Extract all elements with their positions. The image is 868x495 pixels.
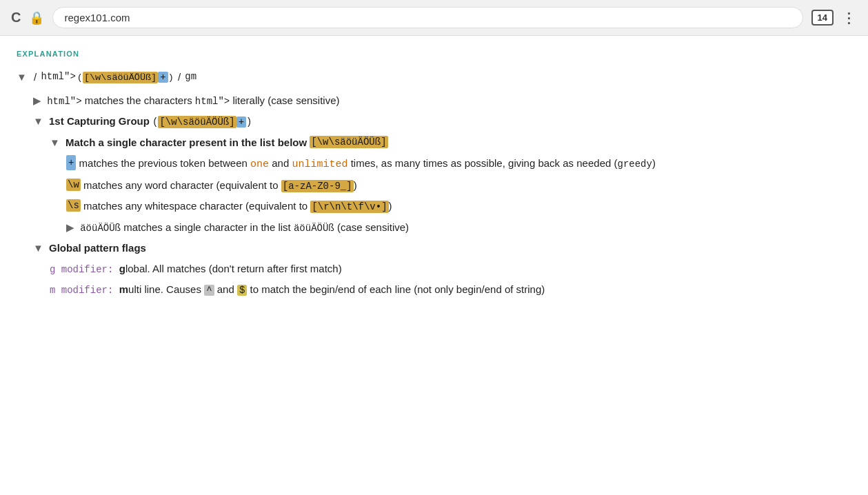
flag-g-desc: global. All matches (don't return after … bbox=[119, 263, 342, 274]
tree-item-s: \s matches any whitespace character (equ… bbox=[17, 198, 851, 214]
tree-item-capturing-group: 1st Capturing Group ([\w\säöüÄÖÜß]+) bbox=[17, 113, 851, 130]
plus-desc: matches the previous token between one a… bbox=[76, 155, 656, 173]
s-desc: matches any whitespace character (equiva… bbox=[81, 198, 392, 214]
global-flags-label: Global pattern flags bbox=[46, 240, 146, 256]
section-title: EXPLANATION bbox=[17, 50, 851, 58]
tree-item-flag-g: g modifier: global. All matches (don't r… bbox=[17, 261, 851, 277]
tree-item-plus: + matches the previous token between one… bbox=[17, 155, 851, 173]
flag-m-letter: m bbox=[50, 285, 55, 296]
regex-flags: gm bbox=[185, 71, 196, 82]
capturing-group-regex: ([\w\säöüÄÖÜß]+) bbox=[152, 113, 252, 130]
tree-item-global-flags: Global pattern flags bbox=[17, 240, 851, 256]
lock-icon: 🔒 bbox=[29, 10, 44, 26]
regex-slash-open: / bbox=[31, 71, 40, 83]
regex-slash-close: / bbox=[175, 71, 184, 83]
flag-g-letter: g bbox=[50, 264, 55, 275]
umlaut-desc: äöüÄÖÜß matches a single character in th… bbox=[77, 219, 409, 236]
char-class-label: Match a single character present in the … bbox=[63, 134, 310, 151]
html-desc: html"> matches the characters html"> lit… bbox=[44, 92, 339, 109]
toggle-global-flags[interactable] bbox=[33, 240, 43, 256]
flag-m-modifier-label: modifier: bbox=[59, 283, 117, 295]
toggle-umlaut[interactable] bbox=[66, 219, 74, 236]
url-bar[interactable]: regex101.com bbox=[52, 7, 803, 28]
toggle-char-class[interactable] bbox=[50, 134, 60, 151]
tree-item-umlaut: äöüÄÖÜß matches a single character in th… bbox=[17, 219, 851, 236]
regex-display-line: / html"> ([\w\säöüÄÖÜß]+) / gm bbox=[17, 70, 851, 83]
toggle-html[interactable] bbox=[33, 92, 41, 109]
w-desc: matches any word character (equivalent t… bbox=[81, 177, 357, 194]
regex-group-highlight: ([\w\säöüÄÖÜß]+) bbox=[77, 70, 174, 83]
char-class-regex: [\w\säöüÄÖÜß] bbox=[310, 134, 387, 150]
toggle-root[interactable] bbox=[17, 71, 27, 83]
browser-chrome: C 🔒 regex101.com 14 ⋮ bbox=[0, 0, 868, 36]
capturing-group-label: 1st Capturing Group bbox=[46, 113, 152, 130]
plus-token: + bbox=[66, 155, 76, 170]
back-button[interactable]: C bbox=[11, 10, 21, 26]
tree-item-char-class: Match a single character present in the … bbox=[17, 134, 851, 151]
flag-m-desc: multi line. Causes ^ and $ to match the … bbox=[119, 283, 545, 295]
tree-item-flag-m: m modifier: multi line. Causes ^ and $ t… bbox=[17, 281, 851, 298]
main-content: EXPLANATION / html"> ([\w\säöüÄÖÜß]+) / … bbox=[0, 36, 868, 495]
tree-item-html: html"> matches the characters html"> lit… bbox=[17, 92, 851, 109]
toggle-capturing-group[interactable] bbox=[33, 113, 43, 130]
flag-g-modifier-label: modifier: bbox=[59, 263, 117, 274]
regex-html-part: html"> bbox=[41, 71, 75, 82]
menu-button[interactable]: ⋮ bbox=[842, 10, 857, 26]
tab-count[interactable]: 14 bbox=[811, 10, 834, 26]
tree-item-w: \w matches any word character (equivalen… bbox=[17, 177, 851, 194]
